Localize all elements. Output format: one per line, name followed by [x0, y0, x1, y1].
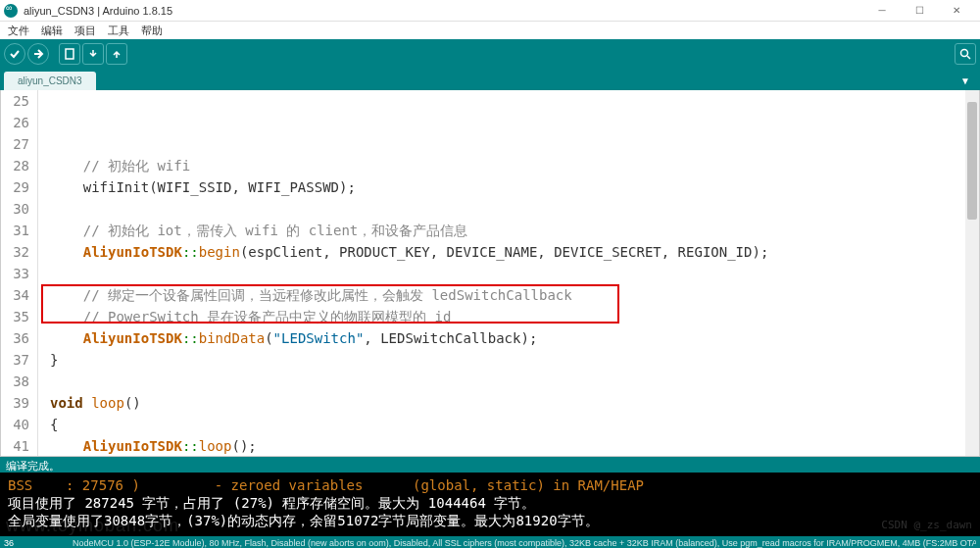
menu-project[interactable]: 项目: [73, 24, 98, 38]
toolbar: [0, 39, 980, 69]
new-button[interactable]: [59, 43, 80, 65]
code-area[interactable]: // 初始化 wifi wifiInit(WIFI_SSID, WIFI_PAS…: [38, 90, 979, 457]
scrollbar-thumb[interactable]: [967, 102, 977, 220]
code-line[interactable]: AliyunIoTSDK::begin(espClient, PRODUCT_K…: [50, 241, 979, 263]
serial-monitor-button[interactable]: [955, 43, 976, 65]
minimize-button[interactable]: ─: [870, 2, 894, 20]
vertical-scrollbar[interactable]: [965, 90, 979, 456]
code-line[interactable]: // 绑定一个设备属性回调，当远程修改此属性，会触发 ledSwitchCall…: [50, 284, 979, 306]
board-info: NodeMCU 1.0 (ESP-12E Module), 80 MHz, Fl…: [73, 537, 976, 549]
tab-sketch[interactable]: aliyun_CSDN3: [4, 72, 96, 90]
code-line[interactable]: void loop(): [50, 392, 979, 414]
menu-file[interactable]: 文件: [6, 24, 31, 38]
upload-button[interactable]: [27, 43, 49, 65]
console-text: 项目使用了 287245 字节，占用了 (27%) 程序存储空间。最大为 104…: [8, 494, 972, 512]
code-line[interactable]: // 初始化 iot，需传入 wifi 的 client，和设备产品信息: [50, 220, 979, 241]
code-line[interactable]: {: [50, 414, 979, 435]
line-gutter: 2526272829303132333435363738394041: [1, 90, 38, 457]
maximize-button[interactable]: ☐: [907, 2, 931, 20]
code-line[interactable]: [50, 371, 979, 392]
code-line[interactable]: [50, 198, 979, 220]
app-icon: [4, 4, 18, 18]
verify-button[interactable]: [4, 43, 25, 65]
menu-bar: 文件 编辑 项目 工具 帮助: [0, 22, 980, 39]
close-button[interactable]: ✕: [945, 2, 968, 20]
tab-dropdown-icon[interactable]: ▼: [955, 72, 976, 90]
window-controls: ─ ☐ ✕: [870, 2, 976, 20]
save-button[interactable]: [106, 43, 127, 65]
title-bar: aliyun_CSDN3 | Arduino 1.8.15 ─ ☐ ✕: [0, 0, 980, 22]
code-line[interactable]: [50, 133, 979, 155]
status-bar: 编译完成。: [0, 457, 980, 473]
open-button[interactable]: [82, 43, 104, 65]
code-line[interactable]: wifiInit(WIFI_SSID, WIFI_PASSWD);: [50, 176, 979, 198]
console-text: BSS : 27576 ): [8, 477, 140, 493]
tab-bar: aliyun_CSDN3 ▼: [0, 69, 980, 90]
code-line[interactable]: // 初始化 wifi: [50, 155, 979, 176]
menu-edit[interactable]: 编辑: [39, 24, 65, 38]
code-editor[interactable]: 2526272829303132333435363738394041 // 初始…: [0, 90, 980, 457]
menu-tools[interactable]: 工具: [106, 24, 131, 38]
footer-bar: 36 NodeMCU 1.0 (ESP-12E Module), 80 MHz,…: [0, 536, 980, 548]
svg-rect-0: [66, 49, 74, 59]
svg-point-1: [961, 50, 968, 57]
code-line[interactable]: // PowerSwitch 是在设备产品中定义的物联网模型的 id: [50, 306, 979, 327]
window-title: aliyun_CSDN3 | Arduino 1.8.15: [24, 5, 870, 17]
watermark: CSDN @_zs_dawn: [881, 517, 972, 534]
watermark: www.toymoban.com: [6, 517, 179, 534]
line-number-indicator: 36: [4, 538, 14, 548]
menu-help[interactable]: 帮助: [139, 24, 165, 38]
code-line[interactable]: AliyunIoTSDK::bindData("LEDSwitch", LEDS…: [50, 327, 979, 349]
output-console[interactable]: BSS : 27576 ) - zeroed variables (global…: [0, 473, 980, 536]
console-text: - zeroed variables (global, static) in R…: [140, 477, 644, 493]
code-line[interactable]: [50, 263, 979, 284]
code-line[interactable]: }: [50, 349, 979, 371]
code-line[interactable]: AliyunIoTSDK::loop();: [50, 435, 979, 457]
